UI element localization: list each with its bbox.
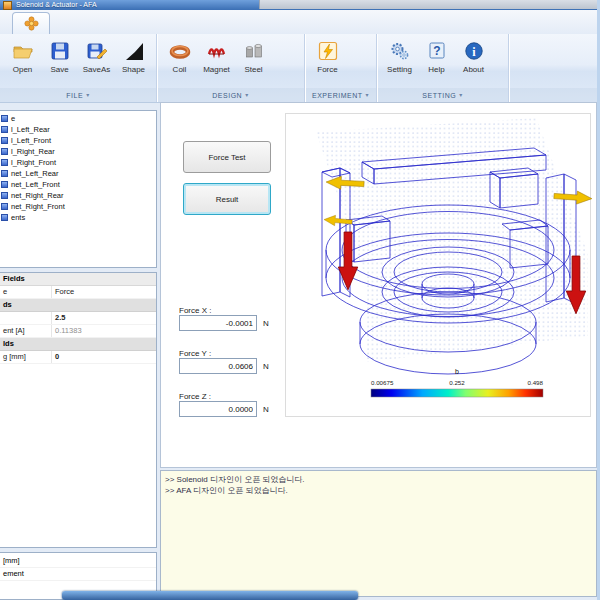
log-line: >> Solenoid 디자인이 오픈 되었습니다. bbox=[165, 474, 592, 485]
cube-icon bbox=[1, 170, 8, 177]
app-menu-tab[interactable] bbox=[12, 12, 50, 34]
gears-icon bbox=[389, 40, 411, 62]
magnet-icon bbox=[206, 40, 228, 62]
chevron-down-icon[interactable]: ▾ bbox=[459, 92, 463, 98]
save-button[interactable]: Save bbox=[41, 36, 78, 86]
tree-item[interactable]: ents bbox=[0, 212, 156, 223]
button-label: About bbox=[463, 65, 484, 74]
button-label: SaveAs bbox=[83, 65, 111, 74]
force-z-unit: N bbox=[263, 405, 269, 414]
group-label-design: DESIGN bbox=[212, 92, 242, 99]
background-window-fragment bbox=[259, 0, 600, 9]
property-row[interactable]: [mm] bbox=[0, 555, 156, 568]
cube-icon bbox=[1, 214, 8, 221]
window-title: Solenoid & Actuator - AFA bbox=[16, 0, 97, 10]
coil-button[interactable]: Coil bbox=[161, 36, 198, 86]
property-section: lds bbox=[0, 338, 156, 351]
result-button[interactable]: Result bbox=[183, 183, 271, 215]
cube-icon bbox=[1, 115, 8, 122]
cube-icon bbox=[1, 126, 8, 133]
button-label: Help bbox=[428, 65, 444, 74]
main-panel: Force Test Result bbox=[160, 102, 597, 468]
property-grid: Fields e Force ds 2.5 ent [A] 0.11383 ld… bbox=[0, 272, 157, 548]
ribbon-tab-strip bbox=[0, 10, 600, 35]
force-button[interactable]: Force bbox=[309, 36, 346, 86]
about-button[interactable]: i About bbox=[455, 36, 492, 86]
tree-item[interactable]: net_Left_Rear bbox=[0, 168, 156, 179]
ribbon-group-setting: Setting ? Help i About bbox=[377, 34, 509, 102]
colorbar-title: b bbox=[455, 368, 459, 375]
colorbar-tick-mid: 0.252 bbox=[449, 379, 465, 386]
cube-icon bbox=[1, 148, 8, 155]
tree-item[interactable]: l_Left_Front bbox=[0, 135, 156, 146]
force-x-input[interactable] bbox=[179, 315, 257, 331]
button-label: Open bbox=[13, 65, 33, 74]
shape-button[interactable]: Shape bbox=[115, 36, 152, 86]
force-y-unit: N bbox=[263, 362, 269, 371]
group-label-experiment: EXPERIMENT bbox=[312, 92, 363, 99]
button-label: Steel bbox=[244, 65, 262, 74]
tree-item[interactable]: l_Left_Rear bbox=[0, 124, 156, 135]
help-button[interactable]: ? Help bbox=[418, 36, 455, 86]
tree-item[interactable]: e bbox=[0, 113, 156, 124]
force-y-input[interactable] bbox=[179, 358, 257, 374]
force-z-input[interactable] bbox=[179, 401, 257, 417]
button-label: Magnet bbox=[203, 65, 230, 74]
coil-icon bbox=[169, 40, 191, 62]
model-viewport[interactable]: b 0.00675 0.252 0.498 bbox=[285, 113, 591, 417]
ribbon-group-design: Coil Magnet Steel bbox=[157, 34, 305, 102]
model-wireframe: b 0.00675 0.252 0.498 bbox=[286, 114, 592, 418]
cube-icon bbox=[1, 203, 8, 210]
shape-icon bbox=[123, 40, 145, 62]
save-as-icon bbox=[86, 40, 108, 62]
force-x-label: Force X : bbox=[179, 306, 211, 315]
app-menu-icon bbox=[24, 16, 39, 31]
open-button[interactable]: Open bbox=[4, 36, 41, 86]
help-question-icon: ? bbox=[426, 40, 448, 62]
magnet-button[interactable]: Magnet bbox=[198, 36, 235, 86]
button-label: Setting bbox=[387, 65, 412, 74]
property-row[interactable]: 2.5 bbox=[0, 312, 156, 325]
colorbar-tick-max: 0.498 bbox=[528, 379, 544, 386]
cube-icon bbox=[1, 192, 8, 199]
info-icon: i bbox=[463, 40, 485, 62]
svg-text:?: ? bbox=[433, 44, 440, 58]
model-tree: e l_Left_Rear l_Left_Front l_Right_Rear … bbox=[0, 110, 157, 268]
button-label: Shape bbox=[122, 65, 145, 74]
property-row[interactable]: ement bbox=[0, 568, 156, 581]
steel-icon bbox=[243, 40, 265, 62]
tree-item[interactable]: l_Right_Front bbox=[0, 157, 156, 168]
steel-button[interactable]: Steel bbox=[235, 36, 272, 86]
property-row[interactable]: ent [A] 0.11383 bbox=[0, 325, 156, 338]
force-test-button[interactable]: Force Test bbox=[183, 141, 271, 173]
tree-item[interactable]: net_Left_Front bbox=[0, 179, 156, 190]
button-label: Save bbox=[50, 65, 68, 74]
cube-icon bbox=[1, 137, 8, 144]
force-x-unit: N bbox=[263, 319, 269, 328]
property-header: Fields bbox=[0, 273, 156, 286]
cube-icon bbox=[1, 181, 8, 188]
chevron-down-icon[interactable]: ▾ bbox=[245, 92, 249, 98]
property-section: ds bbox=[0, 299, 156, 312]
chevron-down-icon[interactable]: ▾ bbox=[86, 92, 90, 98]
open-folder-icon bbox=[12, 40, 34, 62]
log-line: >> AFA 디자인이 오픈 되었습니다. bbox=[165, 485, 592, 496]
button-label: Force bbox=[317, 65, 337, 74]
setting-button[interactable]: Setting bbox=[381, 36, 418, 86]
tree-item[interactable]: l_Right_Rear bbox=[0, 146, 156, 157]
ribbon-group-experiment: Force EXPERIMENT ▾ bbox=[305, 34, 377, 102]
property-row[interactable]: g [mm] 0 bbox=[0, 351, 156, 364]
app-window: Solenoid & Actuator - AFA bbox=[0, 0, 600, 600]
save-as-button[interactable]: SaveAs bbox=[78, 36, 115, 86]
tree-item[interactable]: net_Right_Front bbox=[0, 201, 156, 212]
colorbar-tick-min: 0.00675 bbox=[371, 379, 394, 386]
group-label-setting: SETTING bbox=[422, 92, 456, 99]
force-lightning-icon bbox=[317, 40, 339, 62]
app-icon bbox=[3, 1, 12, 10]
tree-item[interactable]: net_Right_Rear bbox=[0, 190, 156, 201]
ribbon: Open Save bbox=[0, 34, 600, 103]
log-console[interactable]: >> Solenoid 디자인이 오픈 되었습니다. >> AFA 디자인이 오… bbox=[160, 470, 597, 597]
property-row[interactable]: e Force bbox=[0, 286, 156, 299]
chevron-down-icon[interactable]: ▾ bbox=[366, 92, 370, 98]
window-bottom-edge bbox=[62, 591, 358, 600]
